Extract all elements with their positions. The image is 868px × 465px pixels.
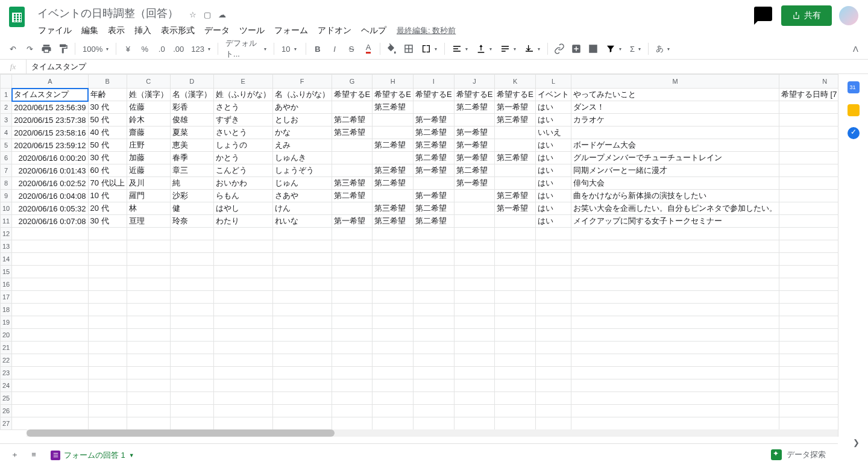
menu-3[interactable]: 挿入 [130,23,156,39]
cell[interactable]: あやか [272,101,332,114]
cell[interactable] [535,228,571,240]
col-header-C[interactable]: C [127,75,170,89]
cell[interactable] [373,266,414,278]
cell[interactable] [571,266,779,278]
cell[interactable] [272,278,332,291]
cell[interactable] [12,304,88,316]
cell[interactable] [213,367,272,379]
percent-button[interactable]: % [137,41,153,57]
cell[interactable] [213,379,272,392]
row-header[interactable]: 24 [1,379,12,392]
row-header[interactable]: 1 [1,89,12,101]
cell[interactable] [779,152,838,164]
cell[interactable] [495,316,536,329]
cell[interactable] [88,266,127,278]
cell[interactable] [535,266,571,278]
cell[interactable] [332,304,373,316]
cell[interactable] [213,240,272,253]
cell[interactable] [332,291,373,304]
menu-6[interactable]: ツール [235,23,269,39]
cell[interactable] [779,253,838,266]
row-header[interactable]: 16 [1,278,12,291]
row-header[interactable]: 4 [1,126,12,139]
col-header-J[interactable]: J [454,75,495,89]
cell[interactable] [779,101,838,114]
move-icon[interactable]: ▢ [204,10,211,19]
cell[interactable] [332,316,373,329]
cell[interactable] [88,379,127,392]
cell[interactable]: 彩香 [170,101,213,114]
cell[interactable]: 第三希望 [332,126,373,139]
spreadsheet-grid[interactable]: ABCDEFGHIJKLMNO 1タイムスタンプ年齢姓（漢字）名（漢字）姓（ふり… [0,74,838,437]
cell[interactable]: はい [535,202,571,215]
cell[interactable] [454,316,495,329]
cell[interactable]: 第三希望 [373,164,414,177]
cell[interactable] [12,316,88,329]
cell[interactable] [213,291,272,304]
cell[interactable] [272,379,332,392]
cell[interactable]: 2020/06/16 0:01:43 [12,164,88,177]
cell[interactable] [495,177,536,190]
select-all-corner[interactable] [1,75,12,89]
cell[interactable] [373,126,414,139]
cell[interactable] [127,329,170,342]
cell[interactable] [127,367,170,379]
cell[interactable] [272,304,332,316]
menu-4[interactable]: 表示形式 [157,23,199,39]
cell[interactable]: 恵美 [170,139,213,152]
cell[interactable] [88,291,127,304]
cell[interactable] [779,202,838,215]
cell[interactable]: 第二希望 [413,152,454,164]
cell[interactable]: 2020/06/15 23:59:12 [12,139,88,152]
cell[interactable]: 第一希望 [495,202,536,215]
cell[interactable]: 第三希望 [373,215,414,228]
cell[interactable]: 希望するE [495,89,536,101]
cell[interactable] [373,354,414,367]
row-header[interactable]: 8 [1,177,12,190]
cell[interactable] [170,354,213,367]
cell[interactable] [779,304,838,316]
cell[interactable] [170,253,213,266]
cell[interactable]: 第一希望 [454,139,495,152]
cell[interactable] [535,405,571,417]
cell[interactable] [413,266,454,278]
cell[interactable] [373,342,414,354]
cell[interactable]: はやし [213,202,272,215]
cell[interactable] [454,202,495,215]
currency-button[interactable]: ¥ [120,41,136,57]
cell[interactable] [454,228,495,240]
cell[interactable]: ボードゲーム大会 [571,139,779,152]
cell[interactable] [535,367,571,379]
cell[interactable] [571,126,779,139]
cell[interactable] [495,304,536,316]
cell[interactable] [88,316,127,329]
cell[interactable]: 第三希望 [413,139,454,152]
decrease-decimal-button[interactable]: .0 [154,41,169,57]
cell[interactable] [332,228,373,240]
cell[interactable] [332,417,373,430]
cell[interactable] [272,342,332,354]
row-header[interactable]: 5 [1,139,12,152]
cell[interactable] [535,379,571,392]
cell[interactable] [127,240,170,253]
cell[interactable]: 及川 [127,177,170,190]
cell[interactable] [12,405,88,417]
cell[interactable] [779,215,838,228]
cell[interactable] [332,202,373,215]
col-header-F[interactable]: F [272,75,332,89]
menu-8[interactable]: アドオン [313,23,356,39]
cell[interactable] [127,304,170,316]
cell[interactable] [332,253,373,266]
cell[interactable]: 第一希望 [454,152,495,164]
cell[interactable] [779,316,838,329]
col-header-E[interactable]: E [213,75,272,89]
cell[interactable] [272,405,332,417]
cell[interactable] [373,392,414,405]
cell[interactable] [779,278,838,291]
cell[interactable] [127,342,170,354]
cell[interactable] [127,291,170,304]
cell[interactable] [127,228,170,240]
cell[interactable] [413,316,454,329]
cell[interactable] [373,316,414,329]
cell[interactable]: 亘理 [127,215,170,228]
